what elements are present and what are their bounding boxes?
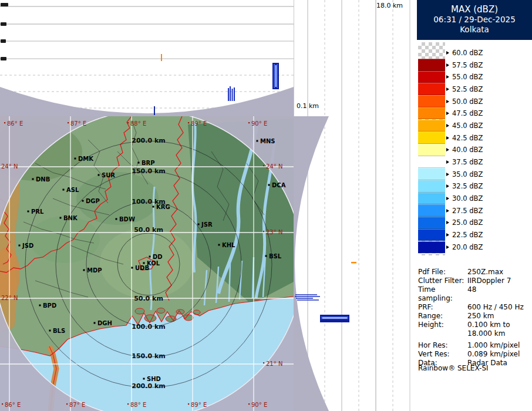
info-row: 18.000 km xyxy=(418,329,531,338)
info-value: 48 xyxy=(467,285,531,303)
grid-dot xyxy=(188,122,189,123)
level-arrow-icon xyxy=(446,209,449,213)
echo-column-east xyxy=(272,63,279,89)
legend-level-row: 60.0 dBZ xyxy=(446,47,531,59)
info-label: PRF: xyxy=(418,303,467,312)
city-label: DD xyxy=(153,254,163,260)
legend-level-row: 22.5 dBZ xyxy=(446,229,531,241)
city-label: DGH xyxy=(97,320,112,326)
legend-panel: MAX (dBZ) 06:31 / 29-Dec-2025 Kolkata 60… xyxy=(417,0,532,411)
legend-swatch xyxy=(418,204,445,217)
legend-level-label: 42.5 dBZ xyxy=(452,134,483,142)
legend-level-row: 50.0 dBZ xyxy=(446,95,531,107)
legend-level-row: 20.0 dBZ xyxy=(446,241,531,254)
legend-level-row: 42.5 dBZ xyxy=(446,132,531,144)
legend-level-label: 60.0 dBZ xyxy=(452,49,483,57)
level-arrow-icon xyxy=(446,233,449,237)
grid-dot xyxy=(188,403,189,405)
radar-map: 200.0 km150.0 km100.0 km50.0 km50.0 km10… xyxy=(0,116,294,411)
longitude-label: 86° E xyxy=(7,120,23,127)
radar-display: 18.0 km 0.1 km xyxy=(0,0,532,411)
info-value: 18.000 km xyxy=(467,329,531,338)
city-label: DMK xyxy=(78,156,94,162)
legend-level-row: 25.0 dBZ xyxy=(446,217,531,229)
legend-labels: 60.0 dBZ57.5 dBZ55.0 dBZ52.5 dBZ50.0 dBZ… xyxy=(446,47,531,254)
legend-swatch xyxy=(418,241,445,254)
legend-swatch xyxy=(418,120,445,132)
latitude-label: 21° N xyxy=(266,361,282,367)
legend-level-label: 52.5 dBZ xyxy=(452,85,483,93)
longitude-label: 88° E xyxy=(130,120,146,127)
legend-level-label: 25.0 dBZ xyxy=(452,218,483,227)
city-dot xyxy=(153,206,154,208)
echo-orange-tick xyxy=(161,54,162,61)
legend-level-row: 37.5 dBZ xyxy=(446,156,531,169)
grid-dot xyxy=(2,403,3,405)
legend-level-row: 45.0 dBZ xyxy=(446,120,531,132)
grid-dot xyxy=(127,403,129,405)
latitude-label: 24° N xyxy=(266,163,282,170)
info-value: 600 Hz / 450 Hz xyxy=(467,303,531,312)
longitude-label: 87° E xyxy=(69,402,85,408)
longitude-label: 88° E xyxy=(130,402,146,408)
legend-swatch xyxy=(418,156,445,169)
info-row: PRF:600 Hz / 450 Hz xyxy=(418,303,531,312)
info-row: Pdf File:250Z.max xyxy=(418,268,531,277)
city-dot xyxy=(132,267,133,269)
range-ring-label: 50.0 km xyxy=(134,295,163,302)
legend-level-label: 27.5 dBZ xyxy=(452,207,483,215)
level-arrow-icon xyxy=(446,136,449,140)
legend-swatch xyxy=(418,59,445,71)
legend-swatch xyxy=(418,95,445,107)
legend-level-row: 47.5 dBZ xyxy=(446,107,531,120)
range-ring-label: 150.0 km xyxy=(132,167,165,175)
grid-dot xyxy=(66,403,68,405)
legend-swatch xyxy=(418,217,445,229)
city-label: JSR xyxy=(201,221,213,228)
city-label: KHL xyxy=(222,242,235,248)
info-value: 0.089 km/pixel xyxy=(467,350,531,359)
timestamp: 06:31 / 29-Dec-2025 xyxy=(417,15,532,25)
info-value: 1.000 km/pixel xyxy=(467,341,531,350)
legend-colorbar xyxy=(418,42,445,255)
level-arrow-icon xyxy=(446,124,449,127)
city-dot xyxy=(60,217,62,219)
info-row: Range:250 km xyxy=(418,312,531,321)
height-min-label: 0.1 km xyxy=(297,102,319,110)
legend-level-label: 55.0 dBZ xyxy=(452,73,483,81)
city-dot xyxy=(49,330,51,332)
legend-level-label: 40.0 dBZ xyxy=(452,146,483,154)
city-dot xyxy=(19,245,21,247)
legend-swatch xyxy=(418,180,445,193)
city-dot xyxy=(28,211,29,213)
info-row: Time sampling:48 xyxy=(418,285,531,303)
longitude-label: 89° E xyxy=(191,120,207,127)
range-ring-label: 100.0 km xyxy=(132,323,165,331)
latitude-label: 24° N xyxy=(1,163,18,170)
legend-level-label: 57.5 dBZ xyxy=(452,61,483,69)
info-value: IIRDoppler 7 xyxy=(467,277,531,285)
city-dot xyxy=(198,224,200,225)
legend-swatch xyxy=(418,132,445,144)
info-label: Clutter Filter: xyxy=(418,277,467,285)
level-arrow-icon xyxy=(446,51,449,55)
legend-level-label: 32.5 dBZ xyxy=(452,182,483,190)
below-beam-mask xyxy=(294,116,329,411)
longitude-label: 90° E xyxy=(251,120,267,127)
info-label: Height: xyxy=(418,321,467,329)
city-label: SUR xyxy=(102,172,115,178)
legend-level-row: 30.0 dBZ xyxy=(446,193,531,205)
latitude-label: 22° N xyxy=(1,295,18,301)
city-dot xyxy=(265,255,267,257)
legend-swatch xyxy=(418,229,445,241)
city-label: SHD xyxy=(147,376,161,382)
city-dot xyxy=(149,256,151,258)
city-dot xyxy=(94,322,96,324)
product-title: MAX (dBZ) xyxy=(417,4,532,15)
city-label: BNK xyxy=(63,215,78,221)
grid-dot xyxy=(127,122,129,123)
city-label: DGP xyxy=(86,198,100,204)
city-dot xyxy=(75,158,76,160)
level-arrow-icon xyxy=(446,112,449,115)
city-label: PRL xyxy=(31,208,44,215)
